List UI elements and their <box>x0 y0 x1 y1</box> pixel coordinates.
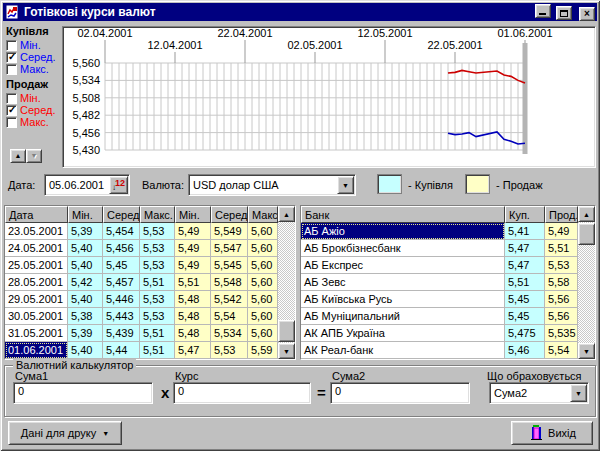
rates-header-cell[interactable]: Дата <box>5 206 68 223</box>
checkbox-buy-avg[interactable]: Серед. <box>6 51 62 63</box>
rates-cell[interactable]: 5,48 <box>175 325 211 342</box>
sell-avg-checkbox[interactable] <box>6 105 17 116</box>
checkbox-sell-min[interactable]: Мін. <box>6 92 62 104</box>
checkbox-buy-max[interactable]: Макс. <box>6 63 62 75</box>
banks-cell[interactable]: 5,58 <box>545 274 578 291</box>
banks-header-cell[interactable]: Прод. <box>545 206 578 223</box>
rate-input[interactable]: 0 <box>173 382 311 404</box>
rates-cell[interactable]: 25.05.2001 <box>5 257 68 274</box>
rates-cell[interactable]: 5,456 <box>103 240 140 257</box>
rates-cell[interactable]: 30.05.2001 <box>5 308 68 325</box>
calc-mode-dropdown-button[interactable]: ▼ <box>570 384 587 402</box>
banks-cell[interactable]: 5,51 <box>545 240 578 257</box>
calendar-button[interactable]: 12 ↓ <box>109 176 128 194</box>
buy-max-checkbox[interactable] <box>6 64 17 75</box>
rates-cell[interactable]: 5,53 <box>211 342 248 359</box>
rates-cell[interactable]: 5,49 <box>175 257 211 274</box>
banks-cell[interactable]: 5,54 <box>545 342 578 359</box>
banks-cell[interactable]: 5,53 <box>545 257 578 274</box>
currency-select[interactable]: USD долар США ▼ <box>188 174 356 196</box>
rates-cell[interactable]: 23.05.2001 <box>5 223 68 240</box>
rates-cell[interactable]: 5,38 <box>68 308 103 325</box>
rates-cell[interactable]: 5,53 <box>140 240 175 257</box>
rates-cell[interactable]: 5,51 <box>140 274 175 291</box>
rates-cell[interactable]: 5,60 <box>248 240 278 257</box>
rates-cell[interactable]: 5,40 <box>68 291 103 308</box>
sum2-input[interactable]: 0 <box>330 382 470 404</box>
rates-cell[interactable]: 5,48 <box>175 308 211 325</box>
banks-scrollbar-thumb[interactable] <box>578 223 595 245</box>
rates-header-cell[interactable]: Мін. <box>175 206 211 223</box>
rates-row[interactable]: 30.05.20015,385,4435,535,485,545,60 <box>5 308 295 325</box>
banks-cell[interactable]: АБ Брокбізнесбанк <box>301 240 505 257</box>
checkbox-sell-max[interactable]: Макс. <box>6 116 62 128</box>
close-button[interactable]: × <box>579 7 595 21</box>
scroll-left-button[interactable]: ▲ <box>10 149 26 163</box>
rates-cell[interactable]: 5,39 <box>68 325 103 342</box>
scroll-down-icon[interactable]: ▼ <box>578 343 595 359</box>
banks-row[interactable]: АК АПБ Україна5,4755,535 <box>301 325 595 342</box>
banks-cell[interactable]: 5,51 <box>505 274 545 291</box>
rates-cell[interactable]: 5,49 <box>175 240 211 257</box>
rates-cell[interactable]: 5,454 <box>103 223 140 240</box>
rates-row[interactable]: 01.06.20015,405,445,515,475,535,59 <box>5 342 295 359</box>
rates-cell[interactable]: 5,47 <box>175 342 211 359</box>
rates-cell[interactable]: 5,44 <box>103 342 140 359</box>
rates-header-cell[interactable]: Серед. <box>211 206 248 223</box>
rates-cell[interactable]: 5,60 <box>248 223 278 240</box>
banks-scrollbar[interactable]: ▲ ▼ <box>578 206 595 359</box>
rates-cell[interactable]: 28.05.2001 <box>5 274 68 291</box>
buy-avg-checkbox[interactable] <box>6 52 17 63</box>
banks-header-cell[interactable]: Банк <box>301 206 505 223</box>
banks-cell[interactable]: 5,45 <box>505 291 545 308</box>
rates-cell[interactable]: 5,443 <box>103 308 140 325</box>
scroll-up-icon[interactable]: ▲ <box>578 206 595 222</box>
rates-cell[interactable]: 5,457 <box>103 274 140 291</box>
banks-cell[interactable]: АК Реал-банк <box>301 342 505 359</box>
banks-row[interactable]: АБ Київська Русь5,455,56 <box>301 291 595 308</box>
calc-mode-select[interactable]: Сума2 ▼ <box>489 382 589 404</box>
maximize-button[interactable] <box>556 6 572 20</box>
banks-cell[interactable]: 5,56 <box>545 308 578 325</box>
rates-cell[interactable]: 24.05.2001 <box>5 240 68 257</box>
rates-cell[interactable]: 5,54 <box>211 308 248 325</box>
rates-row[interactable]: 29.05.20015,405,4465,535,485,5425,60 <box>5 291 295 308</box>
banks-row[interactable]: АБ Ажіо5,415,49 <box>301 223 595 240</box>
rates-row[interactable]: 31.05.20015,395,4395,515,485,5345,60 <box>5 325 295 342</box>
rates-header-cell[interactable]: Макс. <box>140 206 175 223</box>
banks-row[interactable]: АК Реал-банк5,465,54 <box>301 342 595 359</box>
rates-cell[interactable]: 5,549 <box>211 223 248 240</box>
banks-cell[interactable]: АК АПБ Україна <box>301 325 505 342</box>
sell-max-checkbox[interactable] <box>6 117 17 128</box>
banks-cell[interactable]: 5,47 <box>505 257 545 274</box>
banks-row[interactable]: АБ Муніципальний5,455,56 <box>301 308 595 325</box>
rates-cell[interactable]: 5,53 <box>140 291 175 308</box>
banks-cell[interactable]: АБ Ажіо <box>301 223 505 240</box>
rates-cell[interactable]: 5,53 <box>140 257 175 274</box>
rates-cell[interactable]: 5,60 <box>248 257 278 274</box>
rates-cell[interactable]: 5,548 <box>211 274 248 291</box>
rates-cell[interactable]: 5,40 <box>68 240 103 257</box>
rates-cell[interactable]: 5,51 <box>175 274 211 291</box>
banks-cell[interactable]: 5,56 <box>545 291 578 308</box>
rates-cell[interactable]: 5,59 <box>248 342 278 359</box>
print-data-button[interactable]: Дані для друку ▼ <box>8 421 122 445</box>
rates-cell[interactable]: 5,53 <box>140 223 175 240</box>
banks-cell[interactable]: 5,41 <box>505 223 545 240</box>
rates-cell[interactable]: 5,45 <box>103 257 140 274</box>
rates-cell[interactable]: 5,60 <box>248 274 278 291</box>
rates-cell[interactable]: 5,60 <box>248 291 278 308</box>
rates-row[interactable]: 25.05.20015,405,455,535,495,5455,60 <box>5 257 295 274</box>
rates-cell[interactable]: 5,42 <box>68 274 103 291</box>
rates-cell[interactable]: 5,547 <box>211 240 248 257</box>
banks-cell[interactable]: АБ Зевс <box>301 274 505 291</box>
minimize-button[interactable] <box>535 4 551 18</box>
buy-min-checkbox[interactable] <box>6 40 17 51</box>
rates-cell[interactable]: 5,39 <box>68 223 103 240</box>
currency-dropdown-button[interactable]: ▼ <box>337 176 354 194</box>
rates-cell[interactable]: 5,534 <box>211 325 248 342</box>
banks-cell[interactable]: 5,45 <box>505 308 545 325</box>
rates-cell[interactable]: 5,60 <box>248 308 278 325</box>
sum1-input[interactable]: 0 <box>13 382 153 404</box>
date-input[interactable]: 05.06.2001 12 ↓ <box>44 174 130 196</box>
